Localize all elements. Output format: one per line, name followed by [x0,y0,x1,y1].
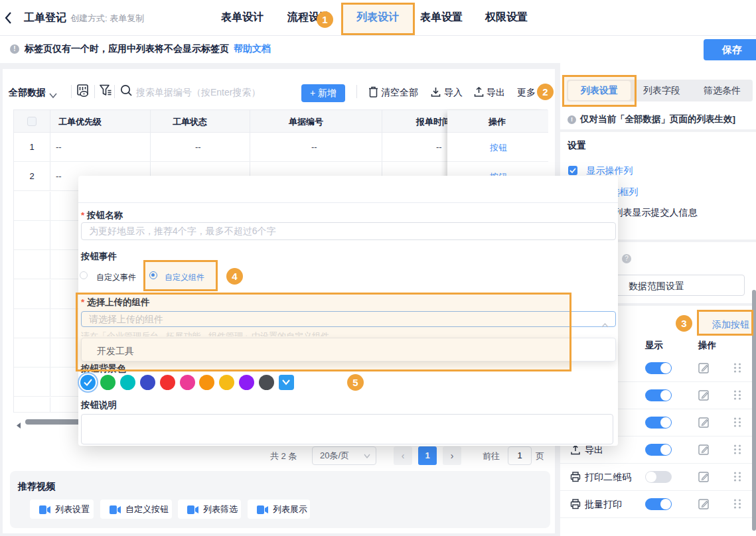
current-page-button[interactable]: 1 [418,446,437,465]
color-swatch-9[interactable] [239,375,254,390]
clear-all-button[interactable]: 清空全部 [381,87,418,99]
row-action-button[interactable]: 按钮 [490,142,507,154]
settings-section-title: 设置 [567,140,586,152]
tab-list-settings[interactable]: 列表设置 [568,81,631,100]
button-description-input[interactable] [81,414,613,444]
tab-form-design[interactable]: 表单设计 [221,11,264,25]
color-swatch-10[interactable] [259,375,274,390]
back-icon[interactable] [4,11,12,25]
show-toggle[interactable] [645,389,672,401]
video-button-2[interactable]: 自定义按钮 [100,500,172,519]
drag-handle-icon[interactable] [733,471,742,485]
radio-custom-component-label[interactable]: 自定义组件 [165,272,204,283]
tab-list-fields[interactable]: 列表字段 [631,80,693,101]
color-swatch-3[interactable] [120,375,135,390]
radio-custom-event-label[interactable]: 自定义事件 [96,272,136,283]
operate-column-header: 操作 [698,340,716,352]
search-input[interactable]: 搜索单据编号（按Enter搜索） [136,87,260,99]
help-icon[interactable]: ? [622,254,631,263]
panel-button-row: 打印二维码 [560,464,756,491]
add-button-link[interactable]: 添加按钮 [712,319,749,331]
edit-icon[interactable] [698,498,710,512]
show-toggle[interactable] [645,498,672,510]
show-toggle[interactable] [645,417,672,429]
column-divider [150,110,151,132]
edit-icon[interactable] [698,417,710,431]
add-record-button[interactable]: + 新增 [301,84,345,102]
color-swatch-6[interactable] [180,375,195,390]
show-toggle[interactable] [645,444,672,456]
color-swatch-8[interactable] [219,375,234,390]
column-divider [382,133,382,161]
column-header[interactable]: 操作 [489,116,506,128]
edit-icon[interactable] [698,444,710,458]
page-size-select[interactable]: 20条/页 [312,446,376,465]
tab-filter-conditions[interactable]: 筛选条件 [691,80,753,101]
vertical-scrollbar[interactable] [752,290,756,531]
help-doc-link[interactable]: 帮助文档 [234,43,271,55]
show-toggle[interactable] [645,362,672,374]
select-all-checkbox[interactable] [27,117,37,126]
color-swatch-5[interactable] [160,375,175,390]
next-page-button[interactable]: › [443,446,461,465]
drag-handle-icon[interactable] [733,498,742,512]
more-button[interactable]: 更多 [517,87,536,99]
custom-color-button[interactable] [279,375,294,390]
edit-icon[interactable] [698,362,710,376]
tab-permission-settings[interactable]: 权限设置 [485,11,528,25]
scroll-left-icon[interactable] [16,419,21,431]
row-number: 2 [14,171,50,181]
show-column-header: 显示 [645,340,663,352]
panel-note: 仅对当前「全部数据」页面的列表生效] [580,113,735,125]
goto-page-input[interactable]: 1 [508,446,532,465]
color-swatch-7[interactable] [199,375,214,390]
save-button[interactable]: 保存 [704,39,756,60]
video-button-3[interactable]: 列表筛选 [178,500,241,519]
video-button-1[interactable]: 列表设置 [30,500,94,519]
show-toggle[interactable] [645,471,672,483]
trash-icon[interactable] [368,86,378,100]
component-select[interactable]: 请选择上传的组件 [81,311,616,327]
annotation-badge-3: 3 [676,315,692,332]
column-header[interactable]: 工单优先级 [58,116,102,128]
tab-list-design[interactable]: 列表设计 [356,11,399,25]
info-icon: ! [10,44,19,54]
column-header[interactable]: 工单状态 [173,116,207,128]
button-event-label: 按钮事件 [81,251,117,263]
cell-status: -- [195,142,201,152]
drag-handle-icon[interactable] [733,389,742,403]
color-swatch-1[interactable] [80,375,96,390]
search-icon [120,84,132,100]
info-bar: ! 标签页仅有一个时，应用中列表将不会显示标签页 帮助文档 保存 [0,36,756,63]
dropdown-option[interactable]: 开发工具 [97,346,134,358]
column-divider [50,221,50,249]
dialog-header [78,176,618,203]
drag-handle-icon[interactable] [733,444,742,458]
export-icon[interactable] [474,87,484,100]
video-button-4[interactable]: 列表展示 [248,500,310,519]
drag-handle-icon[interactable] [733,362,742,376]
radio-custom-component[interactable] [149,271,157,279]
barcode-view-icon[interactable] [77,84,89,100]
data-view-selector[interactable]: 全部数据 [9,87,46,99]
export-button[interactable]: 导出 [487,87,505,99]
row-number: 1 [14,142,50,152]
column-divider [50,338,50,367]
edit-icon[interactable] [698,471,710,485]
import-button[interactable]: 导入 [444,87,463,99]
filter-icon[interactable] [100,84,112,100]
import-icon[interactable] [431,87,441,100]
drag-handle-icon[interactable] [733,417,742,431]
button-name-input[interactable]: 为更好地显示，推荐4个字，最多不超过6个字 [81,222,616,240]
radio-custom-event[interactable] [80,271,88,279]
column-header[interactable]: 单据编号 [289,116,323,128]
checkbox-show-action-column[interactable]: 显示操作列 [568,165,633,175]
color-swatch-2[interactable] [100,375,115,390]
column-divider [50,250,50,279]
column-header[interactable]: 报单时间 [416,116,451,128]
color-swatch-4[interactable] [140,375,155,390]
tab-form-settings[interactable]: 表单设置 [420,11,463,25]
annotation-badge-5: 5 [347,374,364,391]
edit-icon[interactable] [698,389,710,403]
prev-page-button[interactable]: ‹ [394,446,412,465]
